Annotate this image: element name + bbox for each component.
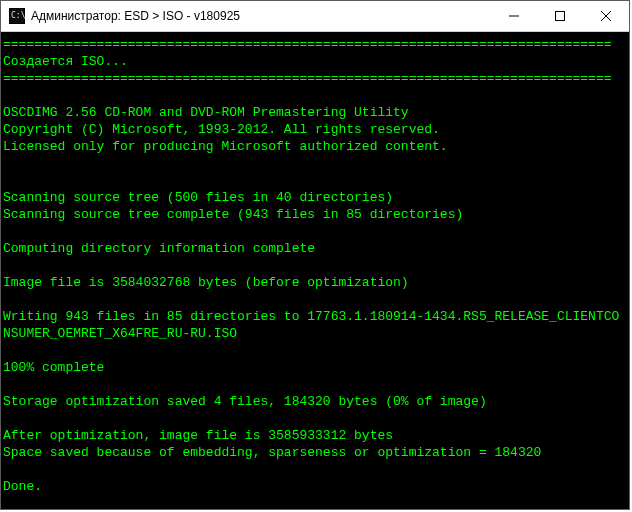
- console-line: [3, 172, 627, 189]
- window-title: Администратор: ESD > ISO - v180925: [31, 9, 240, 23]
- console-line: [3, 87, 627, 104]
- titlebar: C:\ Администратор: ESD > ISO - v180925: [1, 1, 629, 32]
- console-line: OSCDIMG 2.56 CD-ROM and DVD-ROM Premaste…: [3, 104, 627, 121]
- console-line: Image file is 3584032768 bytes (before o…: [3, 274, 627, 291]
- console-line: [3, 410, 627, 427]
- svg-text:C:\: C:\: [11, 11, 25, 20]
- console-line: Done.: [3, 478, 627, 495]
- maximize-button[interactable]: [537, 1, 583, 31]
- console-line: [3, 155, 627, 172]
- close-button[interactable]: [583, 1, 629, 31]
- console-line: [3, 223, 627, 240]
- console-line: Writing 943 files in 85 directories to 1…: [3, 308, 627, 342]
- cmd-icon: C:\: [9, 8, 25, 24]
- console-line: Scanning source tree complete (943 files…: [3, 206, 627, 223]
- svg-rect-4: [556, 12, 565, 21]
- console-line: [3, 291, 627, 308]
- console-output[interactable]: ========================================…: [1, 32, 629, 509]
- console-line: After optimization, image file is 358593…: [3, 427, 627, 444]
- console-line: Storage optimization saved 4 files, 1843…: [3, 393, 627, 410]
- console-line: Copyright (C) Microsoft, 1993-2012. All …: [3, 121, 627, 138]
- console-line: [3, 376, 627, 393]
- minimize-button[interactable]: [491, 1, 537, 31]
- console-line: Scanning source tree (500 files in 40 di…: [3, 189, 627, 206]
- console-line: Computing directory information complete: [3, 240, 627, 257]
- divider-line: ========================================…: [3, 36, 627, 53]
- console-line: [3, 495, 627, 509]
- window-controls: [491, 1, 629, 31]
- console-line: Licensed only for producing Microsoft au…: [3, 138, 627, 155]
- console-line: Создается ISO...: [3, 53, 627, 70]
- console-line: 100% complete: [3, 359, 627, 376]
- divider-line: ========================================…: [3, 70, 627, 87]
- console-line: [3, 461, 627, 478]
- console-line: [3, 257, 627, 274]
- console-line: [3, 342, 627, 359]
- cmd-window: C:\ Администратор: ESD > ISO - v180925 =…: [0, 0, 630, 510]
- console-line: Space saved because of embedding, sparse…: [3, 444, 627, 461]
